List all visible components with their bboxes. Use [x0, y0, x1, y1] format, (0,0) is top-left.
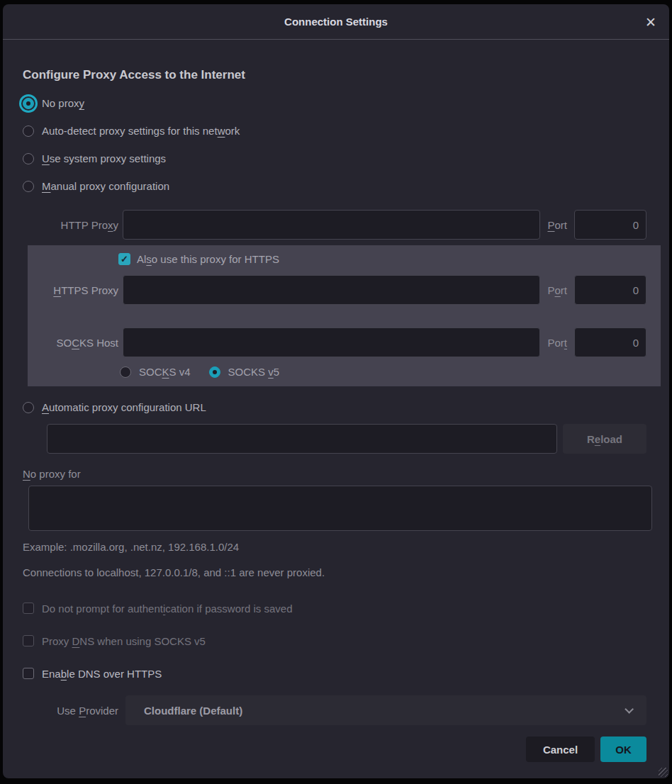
radio-auto-detect[interactable]: Auto-detect proxy settings for this netw… [3, 117, 669, 145]
no-proxy-note-text: Connections to localhost, 127.0.0.1/8, a… [23, 566, 669, 579]
connection-settings-dialog: Connection Settings ✕ Configure Proxy Ac… [3, 4, 669, 778]
radio-icon[interactable] [120, 366, 131, 378]
http-proxy-row: HTTP Proxy Port [3, 210, 669, 240]
radio-label: Auto-detect proxy settings for this netw… [42, 125, 240, 137]
https-proxy-row: HTTPS Proxy Port [28, 275, 646, 305]
doh-provider-row: Use Provider Cloudflare (Default) [3, 695, 669, 725]
use-provider-label: Use Provider [23, 705, 118, 717]
socks-port-input[interactable] [574, 327, 646, 357]
checkbox-no-prompt-auth[interactable]: Do not prompt for authentication if pass… [23, 600, 669, 616]
radio-label: No proxy [42, 97, 84, 109]
checkbox-icon [23, 668, 34, 679]
no-proxy-for-textarea[interactable] [28, 486, 652, 531]
socks-host-row: SOCKS Host Port [28, 327, 646, 357]
radio-selected-icon [23, 98, 34, 109]
radio-manual-proxy[interactable]: Manual proxy configuration [3, 172, 669, 200]
dialog-title: Connection Settings [284, 16, 388, 28]
provider-selected-value: Cloudflare (Default) [144, 705, 625, 717]
chevron-down-icon [625, 705, 634, 714]
reload-button[interactable]: Reload [563, 424, 646, 454]
dialog-titlebar: Connection Settings ✕ [3, 4, 669, 40]
resize-grip[interactable] [659, 768, 668, 777]
checkbox-label: Enable DNS over HTTPS [42, 668, 162, 680]
spacer [28, 305, 646, 327]
close-icon[interactable]: ✕ [645, 15, 656, 28]
radio-system-proxy[interactable]: Use system proxy settings [3, 145, 669, 172]
manual-proxy-highlight-section: ✓ Also use this proxy for HTTPS HTTPS Pr… [28, 245, 661, 386]
socks-host-label: SOCKS Host [28, 337, 118, 349]
radio-socks-v5[interactable]: SOCKS v5 [209, 366, 280, 378]
radio-icon [23, 125, 34, 137]
provider-dropdown[interactable]: Cloudflare (Default) [125, 695, 646, 725]
https-proxy-label: HTTPS Proxy [28, 284, 118, 296]
http-proxy-input[interactable] [123, 210, 540, 240]
checkbox-proxy-dns-socks5[interactable]: Proxy DNS when using SOCKS v5 [23, 633, 669, 649]
checkbox-icon [23, 603, 34, 614]
http-port-input[interactable] [574, 210, 646, 240]
radio-label: Manual proxy configuration [42, 180, 169, 192]
page-title: Configure Proxy Access to the Internet [23, 67, 669, 84]
radio-icon [23, 402, 34, 413]
checkbox-label: Do not prompt for authentication if pass… [42, 603, 293, 615]
socks-host-input[interactable] [123, 327, 540, 357]
checkbox-label: Also use this proxy for HTTPS [137, 253, 279, 265]
checkbox-checked-icon: ✓ [118, 253, 130, 265]
checkbox-enable-doh[interactable]: Enable DNS over HTTPS [23, 666, 669, 681]
dialog-footer: Cancel OK [3, 737, 669, 762]
socks-version-group: SOCKS v4 SOCKS v5 [120, 366, 646, 378]
radio-no-proxy[interactable]: No proxy [3, 89, 669, 117]
no-proxy-for-label: No proxy for [23, 468, 669, 480]
check-glyph: ✓ [121, 254, 128, 264]
checkbox-icon [23, 635, 34, 646]
auto-config-url-input[interactable] [47, 424, 557, 454]
radio-socks-v5-label: SOCKS v5 [228, 366, 280, 378]
https-port-input[interactable] [574, 275, 646, 305]
auto-config-url-row: Reload [3, 424, 669, 454]
checkbox-share-proxy-https[interactable]: ✓ Also use this proxy for HTTPS [118, 253, 646, 265]
checkbox-label: Proxy DNS when using SOCKS v5 [42, 635, 206, 647]
radio-label: Automatic proxy configuration URL [42, 401, 206, 413]
radio-selected-icon [209, 366, 220, 378]
radio-icon [23, 181, 34, 192]
https-proxy-input[interactable] [123, 275, 540, 305]
radio-socks-v4-label[interactable]: SOCKS v4 [139, 366, 191, 378]
http-proxy-label: HTTP Proxy [23, 219, 118, 231]
screen-background: Connection Settings ✕ Configure Proxy Ac… [0, 0, 672, 784]
https-port-label: Port [547, 284, 567, 296]
radio-label: Use system proxy settings [42, 152, 166, 164]
socks-port-label: Port [547, 337, 567, 349]
http-port-label: Port [547, 219, 567, 231]
no-proxy-example-text: Example: .mozilla.org, .net.nz, 192.168.… [23, 541, 669, 554]
radio-auto-config-url[interactable]: Automatic proxy configuration URL [3, 393, 669, 421]
cancel-button[interactable]: Cancel [526, 737, 595, 762]
radio-icon [23, 153, 34, 164]
ok-button[interactable]: OK [600, 737, 646, 762]
